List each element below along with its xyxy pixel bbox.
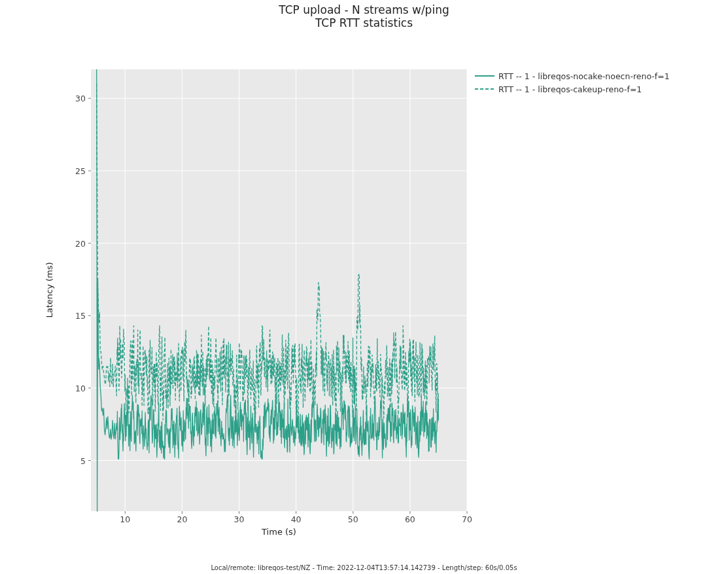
y-tick-label: 30 [66,94,86,103]
chart-footer: Local/remote: libreqos-test/NZ - Time: 2… [0,564,728,571]
x-axis-label: Time (s) [91,527,467,537]
legend-entry-1: RTT -- 1 - libreqos-cakeup-reno-f=1 [475,82,670,96]
y-tick-label: 15 [66,311,86,321]
y-axis-label: Latency (ms) [44,262,54,317]
x-tick-label: 60 [405,514,415,524]
y-tick-label: 20 [66,238,86,248]
x-tick-label: 50 [348,514,358,524]
x-tick-label: 10 [120,514,130,524]
plot-area [91,69,467,511]
legend-line-solid-icon [475,72,494,80]
chart-title: TCP upload - N streams w/ping TCP RTT st… [0,3,728,29]
x-tick-label: 40 [291,514,302,524]
legend-label-1: RTT -- 1 - libreqos-cakeup-reno-f=1 [498,84,642,94]
legend-entry-0: RTT -- 1 - libreqos-nocake-noecn-reno-f=… [475,69,670,82]
x-tick-label: 30 [234,514,245,524]
y-tick-label: 10 [66,383,86,393]
x-tick-label: 70 [462,514,472,524]
legend-label-0: RTT -- 1 - libreqos-nocake-noecn-reno-f=… [498,71,670,81]
legend-line-dashed-icon [475,85,494,93]
chart-title-line2: TCP RTT statistics [0,16,728,29]
y-tick-label: 5 [66,456,86,465]
y-tick-label: 25 [66,166,86,175]
x-tick-label: 20 [177,514,187,524]
legend: RTT -- 1 - libreqos-nocake-noecn-reno-f=… [475,69,670,96]
plot-svg [91,69,467,511]
chart-title-line1: TCP upload - N streams w/ping [0,3,728,16]
